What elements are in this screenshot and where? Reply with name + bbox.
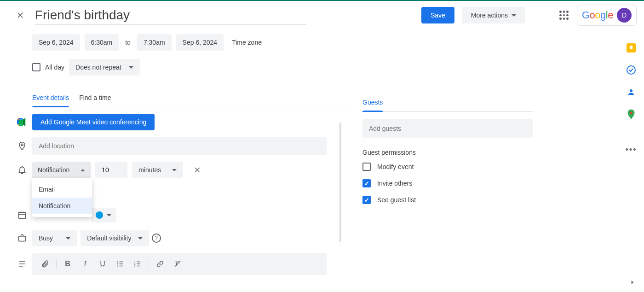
scrollbar[interactable]	[339, 123, 341, 242]
clear-format-button[interactable]	[169, 257, 186, 271]
modify-event-checkbox[interactable]	[362, 163, 371, 171]
chevron-down-icon	[172, 169, 177, 171]
notification-value-input[interactable]	[95, 162, 127, 178]
underline-icon: U	[100, 260, 105, 268]
link-button[interactable]	[152, 257, 168, 271]
bullet-list-icon	[116, 260, 124, 268]
chevron-up-icon	[80, 169, 85, 171]
menu-item-email[interactable]: Email	[32, 181, 92, 198]
numbered-list-icon: 123	[133, 260, 142, 268]
description-icon	[12, 259, 32, 269]
event-title-input[interactable]	[35, 6, 306, 25]
location-icon	[12, 141, 32, 151]
calendar-color-select[interactable]	[91, 208, 116, 222]
calendar-icon	[12, 210, 32, 220]
google-apps-icon[interactable]	[558, 10, 569, 21]
invite-others-checkbox[interactable]	[362, 179, 371, 187]
help-icon[interactable]: ?	[152, 234, 161, 243]
chevron-down-icon	[512, 14, 516, 17]
contacts-icon[interactable]	[627, 88, 636, 97]
svg-point-12	[627, 66, 635, 74]
side-panel: •••	[618, 2, 644, 292]
notification-type-menu: Email Notification	[32, 178, 92, 217]
color-dot-icon	[96, 211, 103, 219]
svg-rect-0	[19, 120, 23, 125]
italic-button[interactable]: I	[77, 257, 93, 271]
bold-button[interactable]: B	[59, 257, 76, 271]
chevron-down-icon	[107, 214, 111, 216]
svg-point-1	[21, 144, 23, 146]
see-guest-list-checkbox[interactable]	[362, 196, 371, 204]
clear-format-icon	[173, 260, 182, 268]
svg-rect-2	[19, 212, 26, 218]
tab-event-details[interactable]: Event details	[32, 89, 69, 107]
repeat-select[interactable]: Does not repeat	[69, 59, 140, 76]
visibility-select[interactable]: Default visibility	[80, 230, 149, 246]
link-icon	[156, 260, 164, 268]
start-time-chip[interactable]: 6:30am	[85, 34, 119, 51]
chevron-down-icon	[138, 237, 143, 239]
notification-type-select[interactable]: Notification	[32, 162, 91, 178]
svg-rect-3	[19, 236, 26, 241]
notification-type-label: Notification	[38, 166, 69, 174]
briefcase-icon	[12, 234, 32, 243]
end-time-chip[interactable]: 7:30am	[137, 34, 172, 51]
bullet-list-button[interactable]	[112, 257, 128, 271]
menu-item-notification[interactable]: Notification	[32, 198, 92, 214]
busy-select[interactable]: Busy	[32, 230, 77, 246]
visibility-label: Default visibility	[87, 234, 131, 242]
notification-unit-label: minutes	[138, 166, 161, 174]
tab-guests[interactable]: Guests	[362, 94, 383, 111]
close-button[interactable]	[11, 6, 29, 24]
maps-icon[interactable]	[627, 110, 636, 119]
modify-event-label: Modify event	[377, 163, 414, 170]
bold-icon: B	[65, 260, 70, 268]
more-actions-label: More actions	[471, 12, 508, 19]
svg-point-5	[117, 263, 118, 264]
italic-icon: I	[84, 260, 86, 268]
to-label: to	[123, 34, 132, 51]
more-actions-button[interactable]: More actions	[462, 7, 525, 23]
keep-icon[interactable]	[627, 43, 636, 53]
svg-rect-11	[630, 46, 632, 49]
attach-button[interactable]	[37, 257, 53, 271]
remove-notification-button[interactable]	[190, 163, 204, 177]
all-day-checkbox[interactable]	[32, 63, 40, 71]
chevron-down-icon	[66, 237, 70, 239]
chevron-right-icon	[629, 279, 636, 286]
invite-others-label: Invite others	[377, 180, 412, 187]
more-addons-icon[interactable]: •••	[627, 145, 636, 154]
svg-point-14	[630, 111, 632, 114]
notification-icon	[12, 165, 32, 175]
google-logo: Google	[582, 9, 613, 21]
underline-button[interactable]: U	[94, 257, 111, 271]
guest-permissions-title: Guest permissions	[362, 149, 524, 156]
add-meet-button[interactable]: Add Google Meet video conferencing	[32, 114, 155, 130]
notification-unit-select[interactable]: minutes	[132, 162, 183, 178]
tasks-icon[interactable]	[627, 65, 636, 75]
repeat-label: Does not repeat	[75, 64, 121, 71]
svg-point-13	[630, 89, 632, 92]
timezone-link[interactable]: Time zone	[232, 39, 262, 46]
all-day-label: All day	[45, 64, 64, 71]
tab-find-a-time[interactable]: Find a time	[79, 89, 111, 107]
svg-point-4	[117, 261, 118, 262]
add-guests-input[interactable]	[362, 119, 533, 138]
start-date-chip[interactable]: Sep 6, 2024	[32, 34, 80, 51]
busy-label: Busy	[39, 234, 53, 242]
collapse-panel-button[interactable]	[629, 279, 636, 286]
see-guest-list-label: See guest list	[377, 196, 416, 204]
numbered-list-button[interactable]: 123	[129, 257, 146, 271]
close-icon	[193, 166, 201, 174]
end-date-chip[interactable]: Sep 6, 2024	[176, 34, 224, 51]
paperclip-icon	[41, 260, 49, 268]
svg-text:3: 3	[134, 264, 136, 267]
svg-point-6	[117, 265, 118, 266]
close-icon	[16, 11, 25, 20]
description-toolbar: B I U 123	[32, 253, 327, 275]
location-input[interactable]	[32, 137, 327, 155]
chevron-down-icon	[129, 66, 133, 69]
save-button[interactable]: Save	[421, 7, 454, 23]
meet-icon	[12, 118, 32, 126]
